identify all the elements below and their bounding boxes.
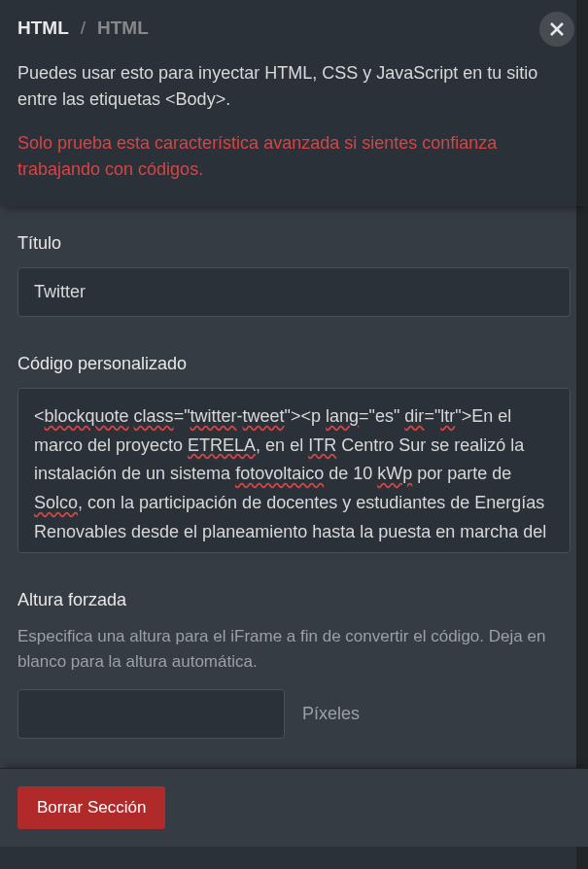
- height-label: Altura forzada: [17, 590, 571, 610]
- title-field-group: Título: [17, 233, 571, 317]
- breadcrumb: HTML / HTML: [17, 17, 571, 39]
- height-row: Píxeles: [17, 689, 571, 739]
- intro-text: Puedes usar esto para inyectar HTML, CSS…: [17, 60, 571, 113]
- warning-text: Solo prueba esta característica avanzada…: [17, 130, 571, 183]
- close-button[interactable]: [539, 12, 574, 47]
- panel-footer: Borrar Sección: [0, 768, 588, 847]
- panel-header: HTML / HTML Puedes usar esto para inyect…: [0, 0, 588, 206]
- form-body: Título Código personalizado <blockquote …: [0, 206, 588, 768]
- breadcrumb-current: HTML: [97, 17, 149, 39]
- code-textarea[interactable]: <blockquote class="twitter-tweet"><p lan…: [17, 388, 571, 553]
- height-input[interactable]: [17, 689, 285, 739]
- breadcrumb-separator: /: [81, 17, 86, 39]
- code-content: <blockquote class="twitter-tweet"><p lan…: [34, 402, 554, 546]
- height-unit: Píxeles: [302, 704, 360, 724]
- delete-section-button[interactable]: Borrar Sección: [17, 786, 165, 829]
- close-icon: [550, 22, 564, 36]
- code-field-group: Código personalizado <blockquote class="…: [17, 354, 571, 553]
- title-input[interactable]: [17, 267, 571, 317]
- title-label: Título: [17, 233, 571, 254]
- height-field-group: Altura forzada Especifica una altura par…: [17, 590, 571, 739]
- breadcrumb-root[interactable]: HTML: [17, 17, 69, 39]
- height-help: Especifica una altura para el iFrame a f…: [17, 624, 571, 676]
- code-label: Código personalizado: [17, 354, 571, 374]
